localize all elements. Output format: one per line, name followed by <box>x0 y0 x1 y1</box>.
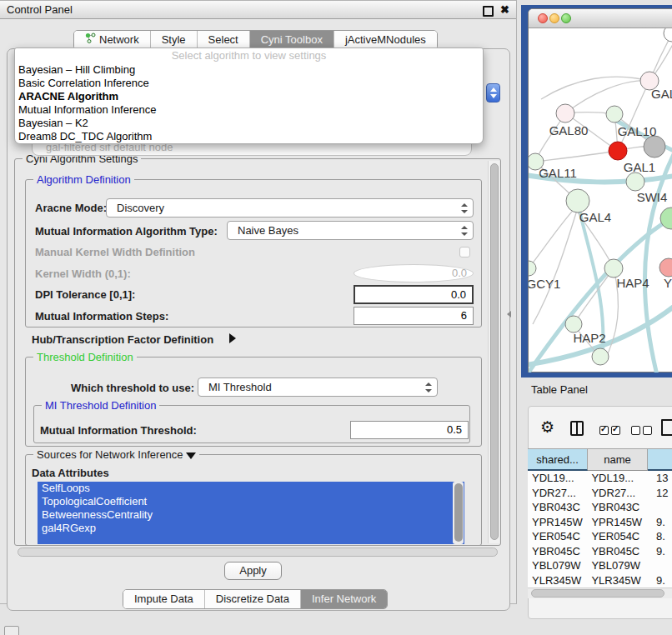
mi-threshold-group-title: MI Threshold Definition <box>42 399 159 412</box>
table-row[interactable]: YLR345W YLR345W 9. <box>528 573 672 588</box>
attribute-list-scrollbar[interactable] <box>453 482 464 544</box>
algorithm-dropdown-item[interactable]: Bayesian – Hill Climbing <box>15 63 483 77</box>
tab-discretize-data[interactable]: Discretize Data <box>204 590 300 608</box>
network-node-label: GAL1 <box>624 160 655 174</box>
algorithm-dropdown-item[interactable]: Basic Correlation Inference <box>15 77 483 90</box>
algorithm-dropdown-item[interactable]: Mutual Information Inference <box>15 103 483 117</box>
tab-select[interactable]: Select <box>197 31 249 49</box>
network-node-label: GAL4 <box>579 210 611 224</box>
attribute-list-scroll-thumb[interactable] <box>454 483 463 542</box>
tab-jactivemnodules[interactable]: jActiveMNodules <box>333 31 437 49</box>
data-attributes-list[interactable]: SelfLoops TopologicalCoefficient Between… <box>38 482 464 544</box>
float-window-icon[interactable] <box>483 6 494 17</box>
tab-infer-network[interactable]: Infer Network <box>300 590 387 608</box>
table-row[interactable]: YDL19... YDL19... 13 <box>528 471 672 486</box>
settings-horizontal-scrollbar[interactable] <box>18 548 499 558</box>
network-node-gal4[interactable] <box>566 189 589 212</box>
mi-algorithm-type-label: Mutual Information Algorithm Type: <box>35 225 218 238</box>
column-header-third[interactable] <box>648 448 672 471</box>
cell-name: YDL19... <box>585 471 644 486</box>
algorithm-dropdown-item[interactable]: Bayesian – K2 <box>15 117 483 130</box>
table-row[interactable]: YDR27... YDR27... 12 <box>528 486 672 501</box>
column-header-name[interactable]: name <box>588 448 648 471</box>
network-tab-icon <box>85 31 96 49</box>
algorithm-dropdown-placeholder: Select algorithm to view settings <box>15 48 483 63</box>
network-node[interactable] <box>592 348 609 365</box>
network-node-hap2[interactable] <box>565 316 582 332</box>
close-traffic-light[interactable] <box>538 13 548 23</box>
network-window-titlebar[interactable] <box>529 9 672 28</box>
mi-threshold-field[interactable]: 0.5 <box>350 421 469 439</box>
column-header-shared-name[interactable]: shared... <box>528 448 588 471</box>
table-row[interactable]: YER054C YER054C 8. <box>528 529 672 544</box>
network-node[interactable] <box>606 106 623 122</box>
network-node[interactable] <box>664 28 672 42</box>
minimized-panel-icon[interactable] <box>4 626 19 635</box>
mi-algorithm-type-value: Naive Bayes <box>238 224 298 237</box>
mi-algorithm-type-combo[interactable]: Naive Bayes <box>227 221 474 240</box>
checked-box-icon <box>611 426 620 435</box>
close-icon[interactable]: ✖ <box>500 3 509 16</box>
dpi-tolerance-field[interactable]: 0.0 <box>354 285 474 304</box>
minimize-traffic-light[interactable] <box>549 13 559 23</box>
control-panel-titlebar[interactable]: Control Panel ✖ <box>0 1 516 19</box>
tab-impute-data-label: Impute Data <box>134 590 193 608</box>
network-node-y[interactable] <box>659 258 672 277</box>
network-node-label: HAP4 <box>616 276 649 290</box>
aracne-mode-combo[interactable]: Discovery <box>106 198 474 218</box>
table-hscroll-thumb[interactable] <box>531 589 664 598</box>
cell-name: YPR145W <box>585 515 644 530</box>
control-panel-title: Control Panel <box>0 3 73 16</box>
table-row[interactable]: YBR045C YBR045C 9. <box>528 544 672 559</box>
data-attribute-item[interactable]: gal4RGexp <box>38 522 464 535</box>
table-horizontal-scrollbar[interactable] <box>528 588 672 598</box>
tab-cyni-toolbox[interactable]: Cyni Toolbox <box>249 31 333 49</box>
data-attribute-item[interactable]: TopologicalCoefficient <box>38 495 464 508</box>
manual-kernel-width-checkbox[interactable] <box>459 247 470 258</box>
unchecked-columns-icon[interactable] <box>631 423 654 436</box>
network-canvas[interactable]: GALGAL80GAL10GAL1GAL11SWI4GAL4GCY1HAP4YH… <box>529 28 672 372</box>
algorithm-dropdown-item[interactable]: ARACNE Algorithm <box>15 90 483 103</box>
cell-name: YBR045C <box>585 544 644 559</box>
algorithm-combo-stepper[interactable] <box>486 83 500 102</box>
settings-vscroll-thumb[interactable] <box>490 163 499 540</box>
network-node-hap4[interactable] <box>604 259 623 278</box>
network-node-gal10[interactable] <box>644 136 665 158</box>
tab-network[interactable]: Network <box>74 31 150 49</box>
kernel-width-field[interactable]: 0.0 <box>354 264 474 282</box>
tab-impute-data[interactable]: Impute Data <box>123 590 204 608</box>
settings-vertical-scrollbar[interactable] <box>488 161 499 543</box>
data-attribute-item[interactable]: BetweennessCentrality <box>38 508 464 522</box>
network-node-label: HAP2 <box>573 331 605 345</box>
kernel-width-label: Kernel Width (0,1): <box>35 268 131 280</box>
unchecked-box-icon <box>631 426 640 435</box>
algorithm-dropdown-popup: Select algorithm to view settings Bayesi… <box>14 48 484 144</box>
tab-infer-network-label: Infer Network <box>312 590 376 608</box>
panel-splitter-handle[interactable] <box>507 311 511 318</box>
tab-style[interactable]: Style <box>150 31 197 49</box>
mi-steps-label: Mutual Information Steps: <box>35 310 168 322</box>
expand-arrow-icon[interactable] <box>229 333 236 343</box>
collapse-arrow-icon[interactable] <box>186 452 196 459</box>
network-node-gcy1[interactable] <box>529 261 536 276</box>
table-row[interactable]: YPR145W YPR145W 9. <box>528 515 672 530</box>
network-node-swi4[interactable] <box>626 172 644 191</box>
settings-hscroll-thumb[interactable] <box>18 548 498 557</box>
mi-steps-field[interactable]: 6 <box>354 307 474 325</box>
split-view-icon[interactable] <box>570 421 584 436</box>
data-attribute-item[interactable]: SelfLoops <box>38 482 464 495</box>
cell-value: 8. <box>644 529 672 544</box>
gear-icon[interactable]: ⚙ <box>540 419 554 435</box>
checked-columns-icon[interactable] <box>599 423 623 436</box>
table-row[interactable]: YBR043C YBR043C <box>528 500 672 515</box>
unchecked-box-icon <box>643 426 652 435</box>
network-node-gal80[interactable] <box>556 104 574 122</box>
apply-button[interactable]: Apply <box>224 562 282 580</box>
table-row[interactable]: YBL079W YBL079W <box>528 558 672 573</box>
cell-name: YLR345W <box>585 573 644 588</box>
network-node-gal1[interactable] <box>609 142 627 160</box>
algorithm-dropdown-item[interactable]: Dream8 DC_TDC Algorithm <box>15 130 483 143</box>
zoom-traffic-light[interactable] <box>561 13 571 23</box>
document-icon[interactable] <box>661 419 672 436</box>
which-threshold-combo[interactable]: MI Threshold <box>198 378 438 397</box>
